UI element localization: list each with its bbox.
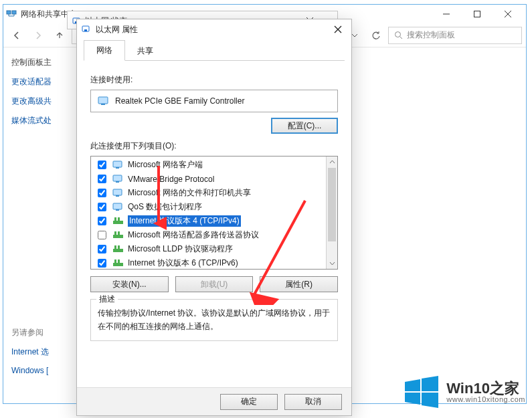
protocol-icon: [112, 257, 124, 269]
list-item[interactable]: Internet 协议版本 6 (TCP/IPv6): [91, 256, 326, 269]
list-item-checkbox[interactable]: [98, 161, 106, 169]
svg-rect-26: [113, 249, 123, 252]
network-center-icon: [6, 9, 17, 19]
protocol-icon: [112, 229, 124, 241]
list-item-checkbox[interactable]: [98, 259, 106, 268]
svg-rect-21: [114, 217, 116, 221]
svg-rect-23: [113, 235, 123, 238]
list-item-label: Microsoft 网络适配器多路传送器协议: [128, 229, 259, 241]
dialog-title: 以太网 属性: [96, 24, 329, 35]
watermark-url: www.win10xitong.com: [446, 396, 525, 403]
svg-rect-2: [474, 11, 480, 17]
svg-rect-30: [114, 259, 116, 263]
svg-rect-27: [114, 245, 116, 249]
left-link[interactable]: 媒体流式处: [11, 115, 62, 126]
list-item[interactable]: Microsoft 网络客户端: [91, 158, 326, 172]
svg-rect-16: [113, 189, 122, 195]
list-item[interactable]: Microsoft 网络的文件和打印机共享: [91, 186, 326, 200]
svg-rect-17: [116, 195, 119, 197]
scroll-down-icon[interactable]: [327, 257, 337, 269]
list-item[interactable]: QoS 数据包计划程序: [91, 200, 326, 214]
list-item-label: VMware Bridge Protocol: [128, 175, 214, 184]
maximize-button[interactable]: [462, 5, 493, 23]
left-pane-header: 控制面板主: [11, 57, 62, 68]
ethernet-properties-dialog: 以太网 属性 网络 共享 连接时使用: Realtek PCIe GBE Fam…: [76, 19, 352, 416]
svg-rect-11: [101, 104, 105, 105]
scroll-up-icon[interactable]: [327, 156, 337, 168]
list-item-label: QoS 数据包计划程序: [128, 201, 202, 213]
client-icon: [112, 173, 124, 185]
adapter-box: Realtek PCIe GBE Family Controller: [90, 90, 338, 112]
ok-button[interactable]: 确定: [220, 394, 278, 410]
minimize-button[interactable]: [431, 5, 462, 23]
nav-back-button[interactable]: [7, 26, 26, 45]
search-icon: [394, 31, 403, 39]
watermark-brand: Win10之家: [446, 381, 525, 396]
svg-point-3: [395, 32, 401, 37]
svg-marker-34: [405, 379, 420, 391]
refresh-button[interactable]: [367, 26, 385, 45]
svg-rect-12: [113, 161, 122, 167]
see-also-link[interactable]: Internet 选: [11, 346, 62, 358]
svg-rect-13: [116, 167, 119, 169]
properties-button[interactable]: 属性(R): [260, 276, 338, 292]
svg-rect-19: [116, 209, 119, 211]
components-listbox[interactable]: Microsoft 网络客户端VMware Bridge ProtocolMic…: [90, 156, 338, 270]
cancel-button[interactable]: 取消: [284, 394, 342, 410]
list-item[interactable]: VMware Bridge Protocol: [91, 172, 326, 186]
close-button[interactable]: [493, 5, 523, 23]
left-link[interactable]: 更改高级共: [11, 96, 62, 107]
tab-network[interactable]: 网络: [84, 40, 125, 61]
svg-rect-10: [98, 97, 108, 104]
svg-rect-31: [118, 259, 120, 263]
list-item[interactable]: Internet 协议版本 4 (TCP/IPv4): [91, 214, 326, 228]
svg-rect-18: [113, 203, 122, 209]
configure-button[interactable]: 配置(C)...: [271, 118, 338, 134]
svg-marker-36: [405, 393, 420, 405]
description-body: 传输控制协议/Internet 协议。该协议是默认的广域网络协议，用于在不同的相…: [98, 306, 331, 334]
connect-using-label: 连接时使用:: [90, 74, 338, 86]
search-placeholder: 搜索控制面板: [407, 29, 455, 41]
list-item-checkbox[interactable]: [98, 217, 106, 225]
listbox-scrollbar[interactable]: [326, 156, 337, 269]
watermark: Win10之家 www.win10xitong.com: [404, 374, 525, 410]
windows-logo-icon: [404, 374, 440, 410]
nav-up-button[interactable]: [50, 26, 69, 45]
dialog-titlebar: 以太网 属性: [77, 19, 351, 39]
list-item-checkbox[interactable]: [98, 203, 106, 211]
list-item-checkbox[interactable]: [98, 245, 106, 253]
list-item-checkbox[interactable]: [98, 189, 106, 197]
see-also-link[interactable]: Windows [: [11, 366, 62, 375]
client-icon: [112, 159, 124, 171]
dialog-close-button[interactable]: [329, 20, 347, 39]
search-box[interactable]: 搜索控制面板: [388, 27, 522, 44]
svg-marker-37: [422, 393, 438, 408]
ethernet-icon: [81, 24, 92, 35]
left-link[interactable]: 更改适配器: [11, 76, 62, 88]
tab-sharing[interactable]: 共享: [124, 41, 166, 62]
list-item-checkbox[interactable]: [98, 231, 106, 239]
svg-rect-0: [7, 11, 11, 14]
network-adapter-icon: [98, 96, 110, 106]
list-item-label: Microsoft LLDP 协议驱动程序: [128, 243, 233, 255]
client-icon: [112, 201, 124, 213]
install-button[interactable]: 安装(N)...: [90, 276, 169, 292]
list-item[interactable]: Microsoft LLDP 协议驱动程序: [91, 242, 326, 256]
dialog-button-bar: 确定 取消: [77, 387, 351, 415]
svg-rect-24: [114, 231, 116, 235]
list-item-label: Internet 协议版本 6 (TCP/IPv6): [128, 257, 238, 269]
svg-rect-15: [116, 181, 119, 183]
adapter-name: Realtek PCIe GBE Family Controller: [115, 96, 244, 106]
list-item-checkbox[interactable]: [98, 175, 106, 183]
list-item[interactable]: Microsoft 网络适配器多路传送器协议: [91, 228, 326, 242]
svg-rect-28: [118, 245, 120, 249]
nav-forward-button[interactable]: [29, 26, 48, 45]
see-also-header: 另请参阅: [11, 327, 62, 338]
description-group: 描述 传输控制协议/Internet 协议。该协议是默认的广域网络协议，用于在不…: [90, 299, 338, 341]
list-item-label: Internet 协议版本 4 (TCP/IPv4): [128, 215, 241, 227]
scroll-thumb[interactable]: [328, 168, 336, 241]
svg-rect-9: [84, 29, 87, 31]
left-pane: 控制面板主 更改适配器 更改高级共 媒体流式处 另请参阅 Internet 选 …: [3, 47, 70, 403]
svg-rect-20: [113, 221, 123, 224]
uninstall-button[interactable]: 卸载(U): [175, 276, 254, 292]
